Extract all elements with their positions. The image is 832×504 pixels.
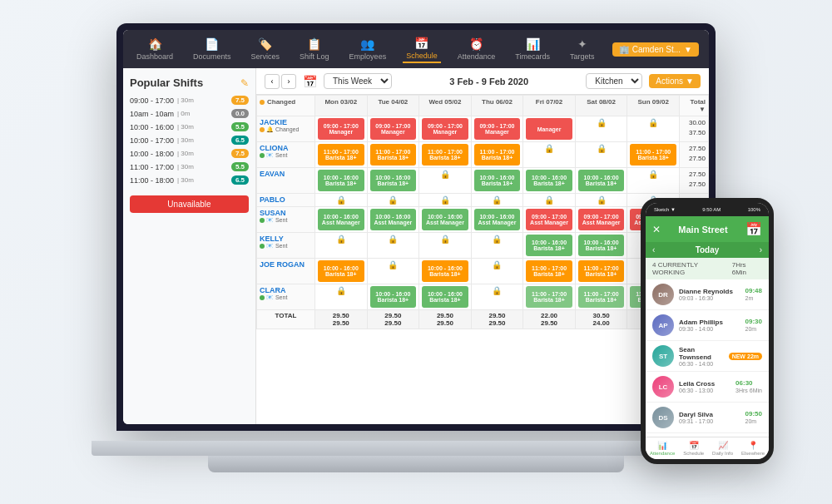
shift-cell-2-4[interactable]: 10:00 - 16:00Barista 18+ bbox=[523, 168, 576, 194]
shift-cell-1-3[interactable]: 11:00 - 17:00Barista 18+ bbox=[471, 142, 523, 168]
shift-cell-7-2[interactable]: 10:00 - 16:00Barista 18+ bbox=[419, 284, 472, 310]
shift-cell-7-4[interactable]: 11:00 - 17:00Barista 18+ bbox=[523, 284, 576, 310]
table-row-2: EAVAN 10:00 - 16:00Barista 18+10:00 - 16… bbox=[257, 168, 709, 194]
shift-cell-1-0[interactable]: 11:00 - 17:00Barista 18+ bbox=[315, 142, 368, 168]
shift-cell-4-1[interactable]: 10:00 - 16:00Asst Manager bbox=[367, 207, 419, 233]
lock-icon: 🔒 bbox=[388, 195, 398, 205]
nav-item-timecards[interactable]: 📊Timecards bbox=[512, 36, 553, 62]
shift-cell-2-5[interactable]: 10:00 - 16:00Barista 18+ bbox=[575, 168, 627, 194]
shift-item-4[interactable]: 10:00 - 18:00 | 30m 7.5 bbox=[130, 149, 249, 158]
shift-cell-7-1[interactable]: 10:00 - 16:00Barista 18+ bbox=[367, 284, 419, 310]
shift-cell-3-0: 🔒 bbox=[315, 194, 368, 207]
shift-cell-1-2[interactable]: 11:00 - 17:00Barista 18+ bbox=[419, 142, 472, 168]
row-name-6: JOE ROGAN bbox=[257, 259, 315, 284]
nav-item-services[interactable]: 🏷️Services bbox=[248, 36, 284, 62]
brand-chevron: ▼ bbox=[684, 45, 692, 54]
laptop-foot bbox=[208, 456, 624, 472]
total-1: 27.5027.50 bbox=[680, 142, 709, 168]
week-select[interactable]: This Week bbox=[324, 73, 392, 89]
shift-cell-7-5[interactable]: 11:00 - 17:00Barista 18+ bbox=[575, 284, 627, 310]
phone-calendar-icon[interactable]: 📅 bbox=[745, 221, 762, 237]
unavailable-button[interactable]: Unavailable bbox=[130, 195, 249, 213]
shift-cell-4-5[interactable]: 09:00 - 17:00Asst Manager bbox=[575, 207, 627, 233]
brand-button[interactable]: 🏢 Camden St... ▼ bbox=[612, 42, 699, 57]
lock-icon: 🔒 bbox=[336, 235, 346, 244]
nav-item-attendance[interactable]: ⏰Attendance bbox=[454, 36, 499, 62]
total-2: 27.5027.50 bbox=[680, 168, 709, 194]
shift-cell-6-4[interactable]: 11:00 - 17:00Barista 18+ bbox=[523, 259, 576, 284]
phone-emp-row-2[interactable]: ST Sean Townsend 06:30 - 14:00 NEW22m bbox=[646, 341, 769, 372]
shift-cell-6-5[interactable]: 11:00 - 17:00Barista 18+ bbox=[575, 259, 627, 284]
next-week-button[interactable]: › bbox=[281, 74, 296, 89]
phone-emp-row-1[interactable]: AP Adam Phillips 09:30 - 14:00 09:3020m bbox=[646, 310, 769, 341]
avatar: ST bbox=[652, 345, 674, 367]
lock-icon: 🔒 bbox=[440, 235, 450, 244]
shift-cell-4-0[interactable]: 10:00 - 16:00Asst Manager bbox=[315, 207, 368, 233]
shift-item-2[interactable]: 10:00 - 16:00 | 30m 5.5 bbox=[130, 122, 249, 131]
nav-item-schedule[interactable]: 📅Schedule bbox=[403, 35, 441, 63]
nav-item-dashboard[interactable]: 🏠Dashboard bbox=[133, 36, 176, 62]
working-hours: 7Hrs 6Min bbox=[732, 261, 762, 276]
nav-arrows: ‹ › bbox=[265, 74, 296, 89]
shift-cell-2-1[interactable]: 10:00 - 16:00Barista 18+ bbox=[367, 168, 419, 194]
nav-item-targets[interactable]: ✦Targets bbox=[567, 36, 598, 62]
shift-cell-1-5: 🔒 bbox=[575, 142, 627, 168]
phone-nav-daily-info[interactable]: 📈Daily Info bbox=[712, 441, 733, 456]
shift-cell-5-5[interactable]: 10:00 - 16:00Barista 18+ bbox=[575, 233, 627, 259]
shift-cell-4-3[interactable]: 10:00 - 16:00Asst Manager bbox=[471, 207, 523, 233]
phone-emp-row-0[interactable]: DR Dianne Reynolds 09:03 - 16:30 09:482m bbox=[646, 279, 769, 310]
shift-cell-6-0[interactable]: 10:00 - 16:00Barista 18+ bbox=[315, 259, 368, 284]
prev-week-button[interactable]: ‹ bbox=[265, 74, 280, 89]
shift-cell-5-1: 🔒 bbox=[367, 233, 419, 259]
shift-cell-4-2[interactable]: 10:00 - 16:00Asst Manager bbox=[419, 207, 472, 233]
working-count: 4 CURRENTLY WORKING bbox=[652, 261, 732, 276]
total-0: 30.0037.50 bbox=[680, 116, 709, 142]
shift-cell-0-2[interactable]: 09:00 - 17:00Manager bbox=[419, 116, 472, 142]
shift-cell-1-1[interactable]: 11:00 - 17:00Barista 18+ bbox=[367, 142, 419, 168]
phone-nav-schedule[interactable]: 📅Schedule bbox=[683, 441, 704, 456]
shift-cell-2-0[interactable]: 10:00 - 16:00Barista 18+ bbox=[315, 168, 368, 194]
nav-item-shiftlog[interactable]: 📋Shift Log bbox=[296, 36, 333, 62]
phone-forward[interactable]: › bbox=[760, 245, 762, 254]
shift-cell-5-4[interactable]: 10:00 - 16:00Barista 18+ bbox=[523, 233, 576, 259]
shift-cell-0-0[interactable]: 09:00 - 17:00Manager bbox=[315, 116, 368, 142]
actions-button[interactable]: Actions ▼ bbox=[649, 74, 701, 88]
phone-emp-row-4[interactable]: DS Daryl Silva 09:31 - 17:00 09:5020m bbox=[646, 403, 769, 433]
shift-cell-1-6[interactable]: 11:00 - 17:00Barista 18+ bbox=[627, 142, 680, 168]
phone-nav-elsewhere[interactable]: 📍Elsewhere bbox=[741, 441, 765, 456]
shift-cell-4-4[interactable]: 09:00 - 17:00Asst Manager bbox=[523, 207, 576, 233]
phone-nav-attendance[interactable]: 📊Attendance bbox=[650, 441, 675, 456]
targets-icon: ✦ bbox=[577, 37, 587, 51]
shift-cell-0-4[interactable]: Manager bbox=[523, 116, 576, 142]
shift-item-1[interactable]: 10am - 10am | 0m 0.0 bbox=[130, 109, 249, 118]
shift-cell-0-3[interactable]: 09:00 - 17:00Manager bbox=[471, 116, 523, 142]
avatar: DS bbox=[652, 407, 674, 428]
shift-item-3[interactable]: 10:00 - 17:00 | 30m 6.5 bbox=[130, 136, 249, 145]
lock-icon: 🔒 bbox=[648, 118, 658, 127]
shift-cell-2-3[interactable]: 10:00 - 16:00Barista 18+ bbox=[471, 168, 523, 194]
time-badge: 09:3020m bbox=[745, 318, 762, 333]
calendar-icon[interactable]: 📅 bbox=[303, 75, 317, 88]
col-header-wed: Wed 05/02 bbox=[419, 96, 472, 116]
shift-item-0[interactable]: 09:00 - 17:00 | 30m 7.5 bbox=[130, 96, 249, 105]
shift-item-5[interactable]: 11:00 - 17:00 | 30m 5.5 bbox=[130, 162, 249, 171]
phone-emp-row-3[interactable]: LC Leila Cross 06:30 - 13:00 06:303Hrs 6… bbox=[646, 372, 769, 403]
nav-item-documents[interactable]: 📄Documents bbox=[190, 36, 235, 62]
edit-icon[interactable]: ✎ bbox=[240, 77, 249, 89]
lock-icon: 🔒 bbox=[440, 195, 450, 205]
shift-cell-7-3: 🔒 bbox=[471, 284, 523, 310]
brand-label: Camden St... bbox=[632, 45, 681, 54]
shift-cell-0-1[interactable]: 09:00 - 17:00Manager bbox=[367, 116, 419, 142]
shift-cell-6-2[interactable]: 10:00 - 16:00Barista 18+ bbox=[419, 259, 472, 284]
phone-title: Main Street bbox=[678, 225, 727, 235]
row-name-4: SUSAN 📧 Sent bbox=[257, 207, 315, 233]
nav-item-employees[interactable]: 👥Employees bbox=[346, 36, 390, 62]
shift-item-6[interactable]: 11:00 - 18:00 | 30m 6.5 bbox=[130, 175, 249, 185]
shift-cell-3-1: 🔒 bbox=[367, 194, 419, 207]
location-select[interactable]: Kitchen bbox=[586, 73, 642, 89]
close-icon[interactable]: ✕ bbox=[652, 224, 661, 235]
lock-icon: 🔒 bbox=[336, 286, 346, 295]
lock-icon: 🔒 bbox=[492, 260, 502, 269]
lock-icon: 🔒 bbox=[492, 286, 502, 295]
phone-back[interactable]: ‹ bbox=[652, 245, 655, 254]
